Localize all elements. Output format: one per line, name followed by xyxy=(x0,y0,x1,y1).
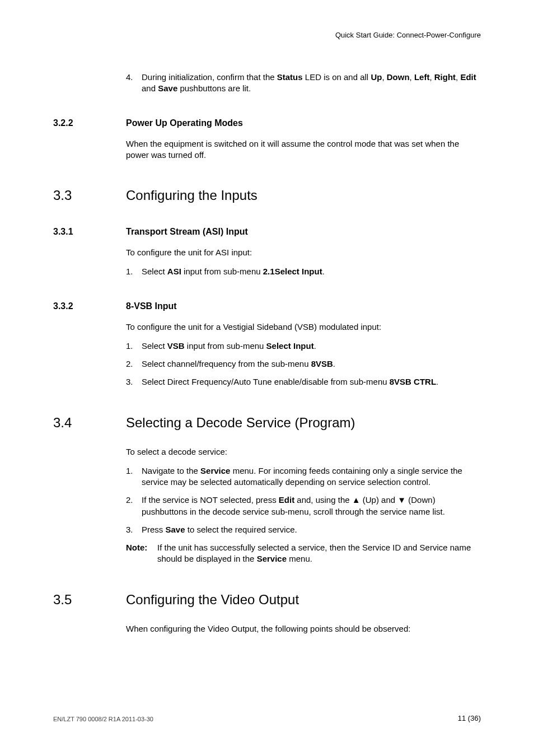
list-item: 3. Select Direct Frequency/Auto Tune ena… xyxy=(126,376,481,388)
list-marker: 4. xyxy=(126,72,142,95)
list-item: 2. If the service is NOT selected, press… xyxy=(126,494,481,517)
heading-3-2-2: 3.2.2Power Up Operating Modes xyxy=(53,118,481,128)
running-header: Quick Start Guide: Connect-Power-Configu… xyxy=(53,31,481,39)
list-marker: 2. xyxy=(126,494,142,517)
list-body: Select VSB input from sub-menu Select In… xyxy=(142,340,481,352)
section-title: Configuring the Video Output xyxy=(126,592,299,608)
list-body: Navigate to the Service menu. For incomi… xyxy=(142,465,481,488)
list-item: 1. Navigate to the Service menu. For inc… xyxy=(126,465,481,488)
paragraph: To select a decode service: xyxy=(126,446,481,458)
section-number: 3.5 xyxy=(53,592,126,608)
heading-3-3-2: 3.3.28-VSB Input xyxy=(53,301,481,311)
paragraph: When configuring the Video Output, the f… xyxy=(126,623,481,634)
note: Note: If the unit has successfully selec… xyxy=(126,542,481,565)
section-title: Selecting a Decode Service (Program) xyxy=(126,415,355,431)
note-body: If the unit has successfully selected a … xyxy=(157,542,481,565)
section-title: Power Up Operating Modes xyxy=(126,118,243,128)
list-body: Press Save to select the required servic… xyxy=(142,524,481,535)
list-item: 4. During initialization, confirm that t… xyxy=(126,72,481,95)
note-label: Note: xyxy=(126,542,157,565)
list-item: 2. Select channel/frequency from the sub… xyxy=(126,358,481,370)
heading-3-3-1: 3.3.1Transport Stream (ASI) Input xyxy=(53,227,481,237)
paragraph: When the equipment is switched on it wil… xyxy=(126,138,481,161)
paragraph: To configure the unit for a Vestigial Si… xyxy=(126,321,481,333)
section-number: 3.2.2 xyxy=(53,118,126,128)
heading-3-4: 3.4Selecting a Decode Service (Program) xyxy=(53,415,481,431)
list-item: 1. Select ASI input from sub-menu 2.1Sel… xyxy=(126,266,481,277)
paragraph: To configure the unit for ASI input: xyxy=(126,247,481,258)
section-number: 3.3 xyxy=(53,188,126,203)
heading-3-3: 3.3Configuring the Inputs xyxy=(53,188,481,203)
list-body: During initialization, confirm that the … xyxy=(142,72,481,95)
section-number: 3.3.1 xyxy=(53,227,126,237)
list-item: 1. Select VSB input from sub-menu Select… xyxy=(126,340,481,352)
page-footer: EN/LZT 790 0008/2 R1A 2011-03-30 11 (36) xyxy=(53,716,481,722)
section-title: Transport Stream (ASI) Input xyxy=(126,227,248,237)
footer-page-number: 11 (36) xyxy=(458,714,481,722)
footer-left: EN/LZT 790 0008/2 R1A 2011-03-30 xyxy=(53,716,153,722)
list-marker: 3. xyxy=(126,524,142,535)
section-title: Configuring the Inputs xyxy=(126,188,257,203)
list-body: Select Direct Frequency/Auto Tune enable… xyxy=(142,376,481,388)
list-body: Select ASI input from sub-menu 2.1Select… xyxy=(142,266,481,277)
list-marker: 1. xyxy=(126,465,142,488)
list-item: 3. Press Save to select the required ser… xyxy=(126,524,481,535)
list-body: If the service is NOT selected, press Ed… xyxy=(142,494,481,517)
list-marker: 1. xyxy=(126,266,142,277)
list-marker: 1. xyxy=(126,340,142,352)
page: Quick Start Guide: Connect-Power-Configu… xyxy=(0,0,534,756)
list-marker: 3. xyxy=(126,376,142,388)
heading-3-5: 3.5Configuring the Video Output xyxy=(53,592,481,608)
list-marker: 2. xyxy=(126,358,142,370)
list-body: Select channel/frequency from the sub-me… xyxy=(142,358,481,370)
section-number: 3.4 xyxy=(53,415,126,431)
section-title: 8-VSB Input xyxy=(126,301,177,311)
section-number: 3.3.2 xyxy=(53,301,126,311)
